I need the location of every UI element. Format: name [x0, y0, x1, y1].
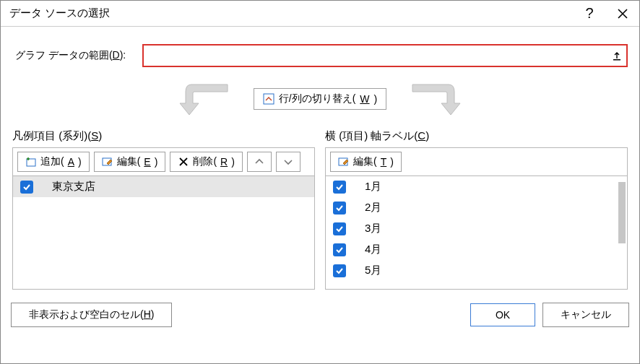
switch-icon	[263, 93, 274, 105]
list-item[interactable]: 1月	[326, 176, 627, 197]
edit-series-button[interactable]: 編集(E)	[94, 152, 166, 172]
window-title: データ ソースの選択	[1, 6, 573, 20]
chevron-down-icon	[282, 156, 294, 168]
edit-icon	[102, 156, 113, 168]
chart-range-label: グラフ データの範囲(D):	[12, 49, 142, 62]
list-item[interactable]: 2月	[326, 197, 627, 218]
chart-range-input[interactable]	[144, 46, 607, 66]
list-item-label: 3月	[358, 222, 381, 235]
add-icon	[25, 156, 37, 168]
ok-button[interactable]: OK	[470, 303, 535, 326]
checkbox[interactable]	[333, 202, 346, 214]
move-down-button[interactable]	[276, 152, 300, 172]
checkbox[interactable]	[333, 222, 346, 235]
checkbox[interactable]	[20, 181, 33, 194]
list-item[interactable]: 東京支店	[13, 176, 314, 197]
hidden-cells-button[interactable]: 非表示および空白のセル(H)	[11, 303, 172, 327]
cancel-button[interactable]: キャンセル	[542, 303, 629, 327]
add-series-button[interactable]: 追加(A)	[17, 152, 90, 172]
list-item-label: 4月	[358, 243, 381, 256]
switch-row-column-button[interactable]: 行/列の切り替え(W)	[254, 88, 386, 110]
collapse-dialog-icon	[612, 51, 622, 61]
checkbox[interactable]	[333, 264, 346, 277]
list-item-label: 2月	[358, 201, 381, 214]
arrow-right-icon	[401, 82, 462, 116]
svg-rect-0	[613, 59, 620, 61]
list-item[interactable]: 3月	[326, 218, 627, 239]
move-up-button[interactable]	[247, 152, 272, 172]
list-item-label: 東京支店	[45, 180, 95, 194]
legend-entries-panel: 凡例項目 (系列)(S) 追加(A) 編集(E) 削除(R)	[12, 129, 315, 290]
axis-labels-title: 横 (項目) 軸ラベル(C)	[325, 129, 628, 143]
list-item[interactable]: 5月	[326, 260, 627, 281]
remove-series-button[interactable]: 削除(R)	[170, 152, 242, 172]
checkbox[interactable]	[333, 243, 346, 256]
edit-axis-labels-button[interactable]: 編集(T)	[330, 152, 402, 172]
arrow-left-icon	[178, 82, 239, 116]
chart-range-field	[142, 44, 628, 67]
svg-rect-1	[264, 94, 274, 104]
help-button[interactable]: ?	[573, 1, 606, 27]
list-item-label: 1月	[358, 180, 381, 194]
legend-entries-title: 凡例項目 (系列)(S)	[12, 129, 315, 143]
axis-labels-list[interactable]: 1月2月3月4月5月	[325, 176, 628, 290]
range-picker-button[interactable]	[607, 46, 626, 66]
series-list[interactable]: 東京支店	[12, 176, 315, 290]
close-icon	[618, 9, 628, 19]
edit-icon	[338, 156, 350, 168]
close-button[interactable]	[606, 1, 639, 27]
axis-labels-panel: 横 (項目) 軸ラベル(C) 編集(T) 1月2月3月4月5月	[325, 129, 628, 290]
title-bar: データ ソースの選択 ?	[1, 1, 639, 27]
delete-icon	[178, 156, 189, 168]
list-item[interactable]: 4月	[326, 239, 627, 260]
list-item-label: 5月	[358, 264, 381, 277]
chevron-up-icon	[254, 156, 265, 168]
checkbox[interactable]	[333, 181, 346, 194]
